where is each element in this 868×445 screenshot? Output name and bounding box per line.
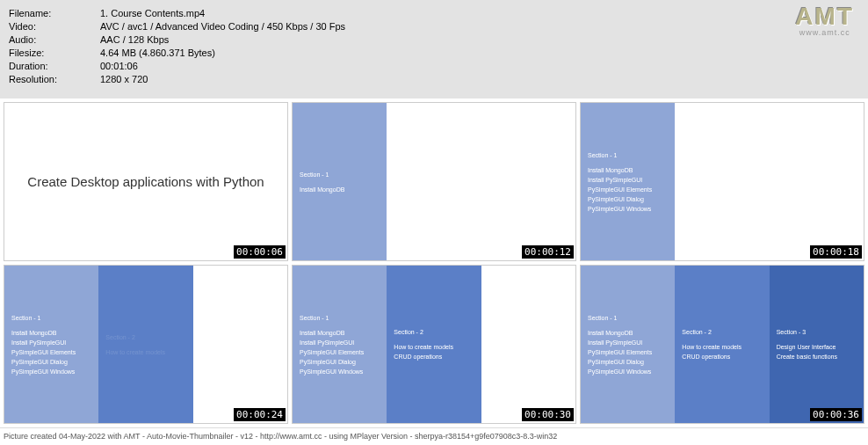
section-item: PySimpleGUI Elements [588, 185, 668, 194]
thumbnail-5: Section - 1 Install MongoDB Install PySi… [292, 265, 576, 424]
empty-column [193, 266, 287, 423]
section-label: Section - 2 [394, 327, 474, 337]
section-item: PySimpleGUI Elements [300, 347, 380, 357]
section-3-column: Section - 3 Design User Interface Create… [770, 266, 864, 423]
meta-value: AAC / 128 Kbps [100, 33, 169, 47]
slide-title: Create Desktop applications with Python [4, 103, 287, 260]
empty-column [387, 103, 481, 260]
timestamp: 00:00:30 [522, 408, 574, 421]
section-item: PySimpleGUI Windows [11, 367, 91, 376]
meta-value: 4.64 MB (4.860.371 Bytes) [100, 47, 215, 60]
meta-video: Video: AVC / avc1 / Advanced Video Codin… [9, 20, 859, 33]
section-item: Install PySimpleGUI [11, 338, 91, 347]
meta-label: Filesize: [9, 47, 100, 60]
section-item: PySimpleGUI Windows [588, 367, 668, 376]
meta-value: AVC / avc1 / Advanced Video Coding / 450… [100, 20, 345, 33]
thumbnail-6: Section - 1 Install MongoDB Install PySi… [580, 265, 864, 424]
meta-filename: Filename: 1. Course Contents.mp4 [9, 7, 859, 20]
meta-audio: Audio: AAC / 128 Kbps [9, 33, 859, 47]
slide-content: Section - 1 Install MongoDB Install PySi… [581, 266, 864, 423]
slide-content: Section - 1 Install MongoDB Install PySi… [293, 266, 575, 423]
empty-column [481, 266, 575, 423]
section-item: Install PySimpleGUI [300, 338, 380, 347]
meta-label: Resolution: [9, 73, 100, 86]
section-label: Section - 2 [105, 332, 185, 342]
slide-content: Section - 1 Install MongoDB Install PySi… [581, 103, 864, 260]
meta-value: 00:01:06 [100, 60, 138, 73]
timestamp: 00:00:06 [234, 245, 286, 259]
meta-label: Duration: [9, 60, 100, 73]
section-label: Section - 1 [588, 150, 668, 160]
section-item: How to create models [105, 347, 185, 357]
section-1-column: Section - 1 Install MongoDB Install PySi… [581, 266, 675, 423]
section-item: Install MongoDB [300, 328, 380, 338]
section-item: PySimpleGUI Windows [300, 367, 380, 376]
section-item: Install MongoDB [300, 185, 380, 194]
amt-logo: AMT www.amt.cc [795, 5, 854, 37]
logo-text: AMT [795, 5, 854, 28]
meta-label: Filename: [9, 7, 100, 20]
section-item: CRUD operations [394, 352, 474, 361]
thumbnail-3: Section - 1 Install MongoDB Install PySi… [580, 102, 864, 261]
section-item: Design User Interface [777, 342, 857, 352]
meta-label: Video: [9, 20, 100, 33]
thumbnail-4: Section - 1 Install MongoDB Install PySi… [4, 265, 288, 424]
timestamp: 00:00:36 [810, 408, 862, 421]
section-label: Section - 1 [11, 313, 91, 323]
meta-value: 1. Course Contents.mp4 [100, 7, 205, 20]
section-item: Install MongoDB [11, 328, 91, 338]
meta-label: Audio: [9, 33, 100, 47]
section-label: Section - 1 [300, 313, 380, 323]
timestamp: 00:00:12 [522, 245, 574, 259]
meta-resolution: Resolution: 1280 x 720 [9, 73, 859, 86]
section-item: Install PySimpleGUI [588, 175, 668, 185]
section-label: Section - 3 [777, 327, 857, 337]
section-label: Section - 1 [300, 170, 380, 179]
section-item: How to create models [394, 342, 474, 352]
metadata-header: Filename: 1. Course Contents.mp4 Video: … [0, 0, 868, 98]
section-2-column: Section - 2 How to create models [98, 266, 192, 423]
section-item: PySimpleGUI Elements [588, 347, 668, 357]
section-item: PySimpleGUI Windows [588, 204, 668, 214]
section-label: Section - 1 [588, 313, 668, 323]
empty-column [675, 103, 769, 260]
thumbnail-2: Section - 1 Install MongoDB 00:00:12 [292, 102, 576, 261]
section-1-column: Section - 1 Install MongoDB Install PySi… [293, 266, 387, 423]
section-item: Install MongoDB [588, 328, 668, 338]
section-item: PySimpleGUI Dialog [11, 357, 91, 367]
empty-column [770, 103, 864, 260]
section-1-column: Section - 1 Install MongoDB Install PySi… [4, 266, 98, 423]
section-1-column: Section - 1 Install MongoDB Install PySi… [581, 103, 675, 260]
timestamp: 00:00:24 [234, 408, 286, 421]
section-item: Install MongoDB [588, 165, 668, 175]
thumbnail-1: Create Desktop applications with Python … [4, 102, 288, 261]
meta-duration: Duration: 00:01:06 [9, 60, 859, 73]
section-item: Install PySimpleGUI [588, 338, 668, 347]
meta-value: 1280 x 720 [100, 73, 148, 86]
thumbnail-grid: Create Desktop applications with Python … [0, 98, 868, 427]
section-1-column: Section - 1 Install MongoDB [293, 103, 387, 260]
section-item: PySimpleGUI Dialog [588, 357, 668, 367]
section-label: Section - 2 [682, 327, 762, 337]
logo-url: www.amt.cc [795, 28, 854, 37]
section-item: CRUD operations [682, 352, 762, 361]
section-item: PySimpleGUI Dialog [588, 194, 668, 204]
empty-column [481, 103, 575, 260]
meta-filesize: Filesize: 4.64 MB (4.860.371 Bytes) [9, 47, 859, 60]
section-item: Create basic functions [777, 352, 857, 361]
section-item: PySimpleGUI Dialog [300, 357, 380, 367]
section-2-column: Section - 2 How to create models CRUD op… [387, 266, 481, 423]
slide-content: Section - 1 Install MongoDB Install PySi… [4, 266, 287, 423]
section-2-column: Section - 2 How to create models CRUD op… [675, 266, 769, 423]
footer-text: Picture created 04-May-2022 with AMT - A… [0, 427, 868, 445]
slide-content: Section - 1 Install MongoDB [293, 103, 575, 260]
timestamp: 00:00:18 [810, 245, 862, 259]
section-item: PySimpleGUI Elements [11, 347, 91, 357]
section-item: How to create models [682, 342, 762, 352]
